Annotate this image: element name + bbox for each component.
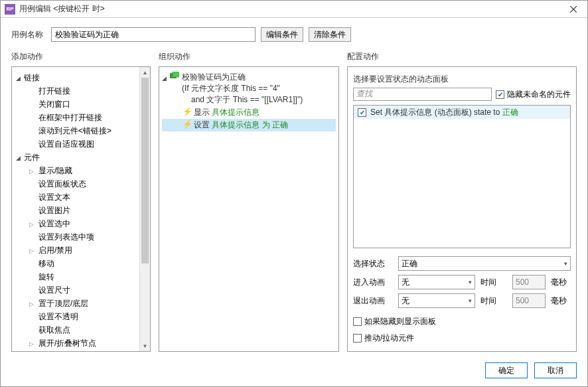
tree-item[interactable]: 设置列表选中项 <box>16 230 138 244</box>
tree-item[interactable]: 置于顶层/底层 <box>16 297 138 310</box>
tree-item[interactable]: 设置尺寸 <box>16 283 138 297</box>
scroll-up-icon[interactable]: ▲ <box>140 67 150 78</box>
right-col-title: 配置动作 <box>347 48 577 66</box>
state-select[interactable]: 正确▾ <box>398 256 571 271</box>
case-name-text: 校验验证码为正确 <box>182 72 303 83</box>
actions-tree-panel: 链接 打开链接关闭窗口在框架中打开链接滚动到元件<错链接>设置自适应视图 元件 … <box>11 66 151 352</box>
configure-panel: 选择要设置状态的动态面板 查找 隐藏未命名的元件 Set 具体提示信息 (动态面… <box>347 66 577 352</box>
caret-icon <box>29 219 38 228</box>
tree-group-links[interactable]: 链接 <box>16 71 138 84</box>
bolt-icon: ⚡ <box>182 119 192 129</box>
search-input[interactable]: 查找 <box>353 88 492 101</box>
hide-unnamed-checkbox[interactable]: 隐藏未命名的元件 <box>496 89 571 100</box>
caret-icon <box>16 73 23 82</box>
tree-item[interactable]: 设置文本 <box>16 191 138 204</box>
case-node[interactable]: 校验验证码为正确 (If 元件文字长度 This == "4" and 文字于 … <box>162 71 336 106</box>
tree-group-label: 元件 <box>24 152 40 163</box>
organize-panel: 校验验证码为正确 (If 元件文字长度 This == "4" and 文字于 … <box>159 66 339 352</box>
tree-item[interactable]: 旋转 <box>16 270 138 283</box>
tree-item[interactable]: 设置不透明 <box>16 310 138 323</box>
close-button[interactable] <box>563 2 583 17</box>
caret-icon <box>162 73 169 82</box>
action-row-show[interactable]: ⚡ 显示 具体提示信息 <box>162 106 336 119</box>
anim-in-time[interactable]: 500 <box>512 275 546 289</box>
tree-item[interactable]: 滚动到元件<错链接> <box>16 124 138 137</box>
caret-icon <box>29 339 38 348</box>
app-icon: RP <box>5 4 15 15</box>
tree-item[interactable]: 显示/隐藏 <box>16 164 138 177</box>
caret-icon <box>16 153 23 162</box>
scrollbar[interactable]: ▲ ▼ <box>139 67 150 351</box>
caret-icon <box>29 299 38 308</box>
window-title: 用例编辑 <按键松开 时> <box>19 3 563 15</box>
anim-out-select[interactable]: 无▾ <box>398 293 475 308</box>
case-name-label: 用例名称 <box>11 29 43 40</box>
condition-line: (If 元件文字长度 This == "4" <box>182 83 303 94</box>
tree-item[interactable]: 设置自适应视图 <box>16 137 138 151</box>
time-label: 时间 <box>480 295 507 307</box>
tree-item[interactable]: 在框架中打开链接 <box>16 111 138 124</box>
action-row-set[interactable]: ⚡ 设置 具体提示信息 为 正确 <box>162 119 336 131</box>
mid-col-title: 组织动作 <box>159 48 339 66</box>
push-pull-checkbox[interactable]: 推动/拉动元件 <box>353 333 571 344</box>
list-item[interactable]: Set 具体提示信息 (动态面板) state to 正确 <box>354 106 570 119</box>
time-label: 时间 <box>480 277 507 288</box>
checkbox-label: 推动/拉动元件 <box>364 333 414 344</box>
left-col-title: 添加动作 <box>11 48 151 66</box>
checkbox-label: 如果隐藏则显示面板 <box>364 316 436 327</box>
state-label: 选择状态 <box>353 258 393 270</box>
tree-item[interactable]: 设置选中 <box>16 217 138 230</box>
chevron-down-icon: ▾ <box>469 297 472 304</box>
footer: 确定 取消 <box>1 357 587 386</box>
section-label: 选择要设置状态的动态面板 <box>353 74 571 85</box>
show-if-hidden-checkbox[interactable]: 如果隐藏则显示面板 <box>353 316 571 327</box>
anim-out-label: 退出动画 <box>353 295 393 307</box>
ms-label: 毫秒 <box>551 277 571 288</box>
tree-item[interactable]: 展开/折叠树节点 <box>16 337 138 350</box>
condition-line: and 文字于 This == "[[LVAR1]]") <box>182 94 303 106</box>
tree-item[interactable]: 设置面板状态 <box>16 177 138 191</box>
anim-in-label: 进入动画 <box>353 277 393 288</box>
tree-group-label: 链接 <box>24 72 40 84</box>
tree-item[interactable]: 移动 <box>16 257 138 270</box>
checkbox-label: 隐藏未命名的元件 <box>507 89 571 100</box>
chevron-down-icon: ▾ <box>564 260 567 267</box>
anim-in-select[interactable]: 无▾ <box>398 275 475 289</box>
header-row: 用例名称 编辑条件 清除条件 <box>1 18 587 48</box>
caret-icon <box>29 246 38 255</box>
tree-item[interactable]: 获取焦点 <box>16 323 138 337</box>
bolt-icon: ⚡ <box>182 107 192 116</box>
tree-item[interactable]: 打开链接 <box>16 84 138 98</box>
tree-item[interactable]: 关闭窗口 <box>16 98 138 111</box>
cancel-button[interactable]: 取消 <box>534 362 577 378</box>
scroll-thumb[interactable] <box>141 78 149 264</box>
tree-group-widgets[interactable]: 元件 <box>16 151 138 164</box>
ok-button[interactable]: 确定 <box>485 362 528 378</box>
case-icon <box>170 72 179 80</box>
tree-item[interactable]: 设置图片 <box>16 204 138 217</box>
tree-item[interactable]: 启用/禁用 <box>16 244 138 257</box>
scroll-down-icon[interactable]: ▼ <box>140 341 150 351</box>
edit-condition-button[interactable]: 编辑条件 <box>261 27 303 42</box>
case-name-input[interactable] <box>51 27 256 42</box>
panel-list: Set 具体提示信息 (动态面板) state to 正确 <box>353 105 571 248</box>
case-editor-dialog: RP 用例编辑 <按键松开 时> 用例名称 编辑条件 清除条件 添加动作 链接 <box>0 0 588 387</box>
titlebar: RP 用例编辑 <按键松开 时> <box>1 1 587 18</box>
close-icon <box>570 6 577 13</box>
clear-condition-button[interactable]: 清除条件 <box>309 27 351 42</box>
checkbox-icon[interactable] <box>358 108 366 117</box>
ms-label: 毫秒 <box>551 295 571 307</box>
caret-icon <box>29 166 38 175</box>
chevron-down-icon: ▾ <box>469 279 472 285</box>
checkbox-icon <box>353 317 362 326</box>
checkbox-icon <box>353 334 362 343</box>
anim-out-time[interactable]: 500 <box>512 293 546 308</box>
svg-rect-3 <box>173 72 179 77</box>
checkbox-icon <box>496 90 504 99</box>
